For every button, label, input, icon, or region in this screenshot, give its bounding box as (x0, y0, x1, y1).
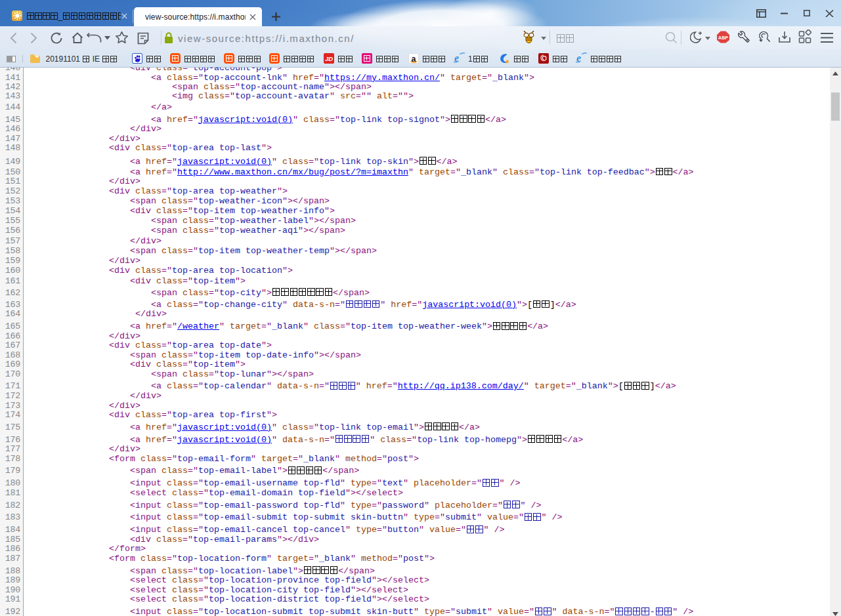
svg-text:ABP: ABP (718, 35, 728, 40)
